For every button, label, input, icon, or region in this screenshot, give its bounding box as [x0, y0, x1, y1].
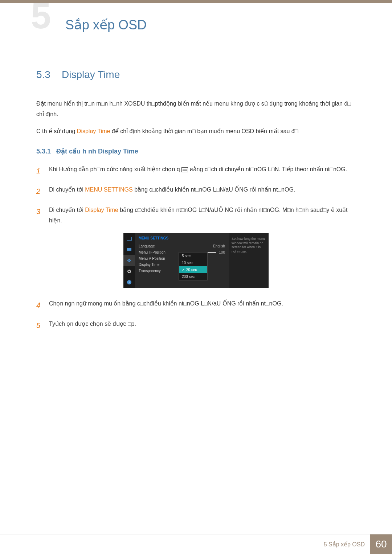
osd-sidebar: ✥ ✿ i [123, 233, 135, 288]
osd-dropdown: 5 sec 10 sec ✓20 sec 200 sec [179, 252, 208, 280]
page-header: 5 Sắp xếp OSD [0, 3, 392, 33]
section-number: 5.3 [36, 69, 62, 81]
highlighted-term: MENU SETTINGS [85, 186, 133, 193]
step-text: Di chuyển tới Display Time bằng c□chđiều… [49, 205, 356, 226]
list-icon [123, 244, 135, 255]
footer-chapter-label: 5 Sắp xếp OSD [324, 534, 370, 554]
osd-option-20sec: ✓20 sec [179, 266, 207, 273]
step-number: 5 [36, 319, 49, 332]
step-1: 1 Khi Hướng dẫn ph□m cứrc năng xuất hiện… [36, 164, 356, 177]
osd-option-5sec: 5 sec [179, 253, 207, 259]
osd-option-200sec: 200 sec [179, 273, 207, 280]
step-number: 2 [36, 185, 49, 198]
subsection-title: Đặt cấu h nh Display Time [56, 148, 138, 155]
move-icon: ✥ [123, 255, 135, 266]
step-4: 4 Chọn ngn ngữ mong mu ốn bằng c□chđiều … [36, 299, 356, 312]
info-icon: i [123, 277, 135, 288]
step-number: 3 [36, 205, 49, 226]
osd-option-10sec: 10 sec [179, 259, 207, 266]
chapter-title: Sắp xếp OSD [31, 10, 392, 33]
step-3: 3 Di chuyển tới Display Time bằng c□chđi… [36, 205, 356, 226]
step-list-continued: 4 Chọn ngn ngữ mong mu ốn bằng c□chđiều … [36, 299, 356, 332]
step-text: Tyứch ọn được chọn sẽ được □p. [49, 319, 356, 332]
osd-help-panel: Set how long the menu window will remain… [229, 233, 269, 288]
step-number: 1 [36, 164, 49, 177]
osd-menu-title: MENU SETTINGS [139, 236, 225, 240]
highlighted-term: Display Time [77, 128, 110, 134]
subsection-number: 5.3.1 [36, 148, 51, 155]
step-list: 1 Khi Hướng dẫn ph□m cứrc năng xuất hiện… [36, 164, 356, 226]
step-text: Di chuyển tới MENU SETTINGS bằng c□chđiề… [49, 185, 356, 198]
gear-icon: ✿ [123, 266, 135, 277]
step-text: Chọn ngn ngữ mong mu ốn bằng c□chđiều kh… [49, 299, 356, 312]
check-icon: ✓ [182, 268, 185, 272]
top-decorative-bar [0, 0, 392, 3]
intro-paragraph-1: Đặt menu hiển thị tr□n m□n h□nh XOSDU th… [36, 99, 356, 120]
step-number: 4 [36, 299, 49, 312]
osd-menu-screenshot: ✥ ✿ i MENU SETTINGS Language English Men… [123, 233, 269, 288]
monitor-icon [123, 233, 135, 244]
step-text: Khi Hướng dẫn ph□m cứrc năng xuất hiệnr … [49, 164, 356, 177]
subsection-heading: 5.3.1 Đặt cấu h nh Display Time [36, 147, 356, 155]
footer-page-number: 60 [370, 534, 392, 554]
osd-main-panel: MENU SETTINGS Language English Menu H-Po… [135, 233, 229, 288]
page-footer: 5 Sắp xếp OSD 60 [0, 534, 392, 554]
section-title: Display Time [62, 69, 120, 80]
highlighted-term: Display Time [85, 207, 118, 213]
page-content: 5.3Display Time Đặt menu hiển thị tr□n m… [0, 33, 392, 332]
section-heading: 5.3Display Time [36, 69, 356, 81]
osd-row-language: Language English [139, 243, 225, 249]
step-5: 5 Tyứch ọn được chọn sẽ được □p. [36, 319, 356, 332]
step-2: 2 Di chuyển tới MENU SETTINGS bằng c□chđ… [36, 185, 356, 198]
menu-button-icon [181, 167, 188, 172]
intro-paragraph-2: C th ề sử dụng Display Time để chỉ định … [36, 126, 356, 137]
